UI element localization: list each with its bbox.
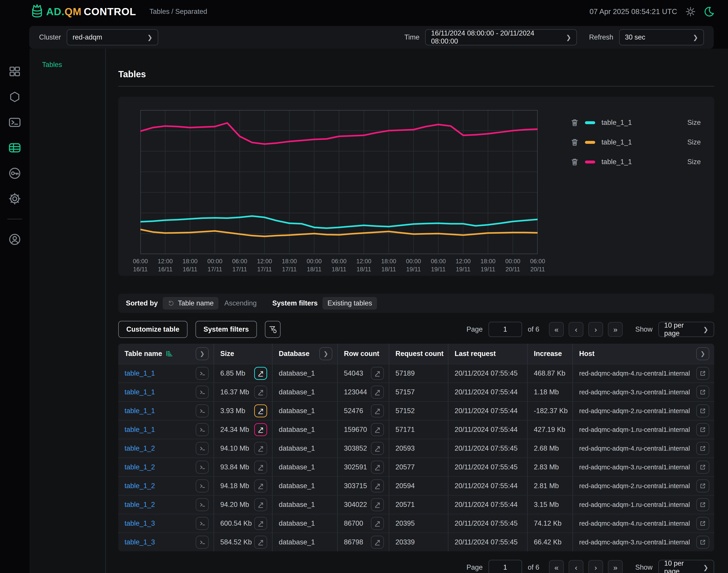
refresh-interval-select[interactable]: 30 sec ❯ (619, 29, 704, 45)
table-name-link[interactable]: table_1_1 (124, 369, 155, 377)
row-count-chart-button[interactable] (371, 517, 384, 530)
sidebar-item-tables[interactable]: Tables (42, 61, 105, 69)
table-name-link[interactable]: table_1_3 (124, 519, 155, 527)
terminal-console-icon[interactable] (8, 116, 21, 129)
row-count-chart-button[interactable] (371, 386, 384, 399)
col-size: Size (214, 344, 273, 364)
tables-icon[interactable] (8, 141, 21, 155)
size-chart-button[interactable] (254, 479, 267, 492)
sort-direction: Ascending (224, 299, 257, 307)
table-name-link[interactable]: table_1_3 (124, 538, 155, 546)
sort-field-pill[interactable]: Table name (163, 297, 219, 310)
host-external-link-button[interactable] (696, 536, 709, 549)
database-expand-button[interactable]: ❯ (319, 347, 332, 360)
last-page-button[interactable]: » (608, 560, 623, 573)
size-line-chart[interactable] (141, 110, 538, 254)
size-chart-button[interactable] (254, 404, 267, 417)
next-page-button[interactable]: › (588, 322, 603, 337)
chevron-right-icon: ❯ (559, 34, 571, 41)
page-number-input[interactable] (489, 560, 522, 573)
series-label[interactable]: table_1_1 (602, 118, 632, 126)
open-terminal-button[interactable] (196, 367, 209, 380)
table-name-link[interactable]: table_1_1 (124, 426, 155, 434)
reset-filters-button[interactable] (265, 321, 281, 338)
customize-table-button[interactable]: Customize table (118, 321, 187, 338)
series-label[interactable]: table_1_1 (602, 158, 632, 166)
per-page-select[interactable]: 10 per page ❯ (658, 322, 714, 337)
user-profile-icon[interactable] (8, 233, 21, 246)
theme-moon-icon[interactable] (704, 6, 714, 17)
table-body: table_1_1 6.85 Mb database_1 54043 57189… (118, 364, 714, 551)
size-chart-button[interactable] (254, 517, 267, 530)
host-external-link-button[interactable] (696, 517, 709, 530)
size-chart-button[interactable] (254, 367, 267, 380)
row-count-chart-button[interactable] (371, 536, 384, 549)
system-filters-pill[interactable]: Existing tables (323, 297, 377, 310)
open-terminal-button[interactable] (196, 498, 209, 511)
prev-page-button[interactable]: ‹ (569, 322, 583, 337)
open-terminal-button[interactable] (196, 442, 209, 455)
size-chart-button[interactable] (254, 536, 267, 549)
row-count-chart-button[interactable] (371, 404, 384, 417)
row-count-chart-button[interactable] (371, 461, 384, 474)
remove-series-trash-icon[interactable] (570, 138, 579, 147)
open-terminal-button[interactable] (196, 423, 209, 436)
host-external-link-button[interactable] (696, 367, 709, 380)
table-name-link[interactable]: table_1_2 (124, 463, 155, 471)
host-external-link-button[interactable] (696, 498, 709, 511)
chevron-right-icon: ❯ (696, 326, 708, 333)
hexagon-services-icon[interactable] (8, 90, 21, 104)
row-count-chart-button[interactable] (371, 442, 384, 455)
system-filters-button[interactable]: System filters (195, 321, 257, 338)
time-range-select[interactable]: 16/11/2024 08:00:00 - 20/11/2024 08:00:0… (425, 29, 577, 45)
sort-ascending-icon[interactable] (166, 350, 173, 358)
host-external-link-button[interactable] (696, 479, 709, 492)
host-expand-button[interactable]: ❯ (696, 347, 709, 360)
table-name-link[interactable]: table_1_1 (124, 407, 155, 415)
host-external-link-button[interactable] (696, 461, 709, 474)
row-count-chart-button[interactable] (371, 367, 384, 380)
size-chart-button[interactable] (254, 423, 267, 436)
first-page-button[interactable]: « (549, 322, 564, 337)
row-count-chart-button[interactable] (371, 479, 384, 492)
table-name-link[interactable]: table_1_1 (124, 388, 155, 396)
series-label[interactable]: table_1_1 (602, 138, 632, 146)
x-tick-label: 06:0019/11 (426, 257, 451, 273)
host-external-link-button[interactable] (696, 386, 709, 399)
open-terminal-button[interactable] (196, 404, 209, 417)
host-external-link-button[interactable] (696, 404, 709, 417)
open-terminal-button[interactable] (196, 386, 209, 399)
remove-series-trash-icon[interactable] (570, 157, 579, 166)
size-chart-button[interactable] (254, 498, 267, 511)
cluster-select[interactable]: red-adqm ❯ (67, 29, 158, 45)
open-terminal-button[interactable] (196, 461, 209, 474)
table-name-expand-button[interactable]: ❯ (196, 347, 209, 360)
key-access-icon[interactable] (8, 167, 21, 180)
open-terminal-button[interactable] (196, 536, 209, 549)
table-name-link[interactable]: table_1_2 (124, 445, 155, 453)
host-external-link-button[interactable] (696, 423, 709, 436)
next-page-button[interactable]: › (588, 560, 603, 573)
per-page-select[interactable]: 10 per page ❯ (658, 560, 714, 573)
last-page-button[interactable]: » (608, 322, 623, 337)
prev-page-button[interactable]: ‹ (569, 560, 583, 573)
table-name-link[interactable]: table_1_2 (124, 501, 155, 509)
settings-gear-icon[interactable] (8, 192, 21, 205)
size-chart-button[interactable] (254, 386, 267, 399)
size-chart-button[interactable] (254, 461, 267, 474)
show-label: Show (635, 325, 653, 333)
dashboard-icon[interactable] (8, 65, 21, 78)
cell-table-name: table_1_2 (118, 477, 214, 495)
theme-sun-icon[interactable] (686, 7, 695, 16)
page-number-input[interactable] (489, 322, 522, 337)
remove-series-trash-icon[interactable] (570, 118, 579, 127)
host-external-link-button[interactable] (696, 442, 709, 455)
cluster-label: Cluster (39, 33, 61, 41)
size-chart-button[interactable] (254, 442, 267, 455)
table-name-link[interactable]: table_1_2 (124, 482, 155, 490)
row-count-chart-button[interactable] (371, 498, 384, 511)
first-page-button[interactable]: « (549, 560, 564, 573)
row-count-chart-button[interactable] (371, 423, 384, 436)
open-terminal-button[interactable] (196, 517, 209, 530)
open-terminal-button[interactable] (196, 479, 209, 492)
